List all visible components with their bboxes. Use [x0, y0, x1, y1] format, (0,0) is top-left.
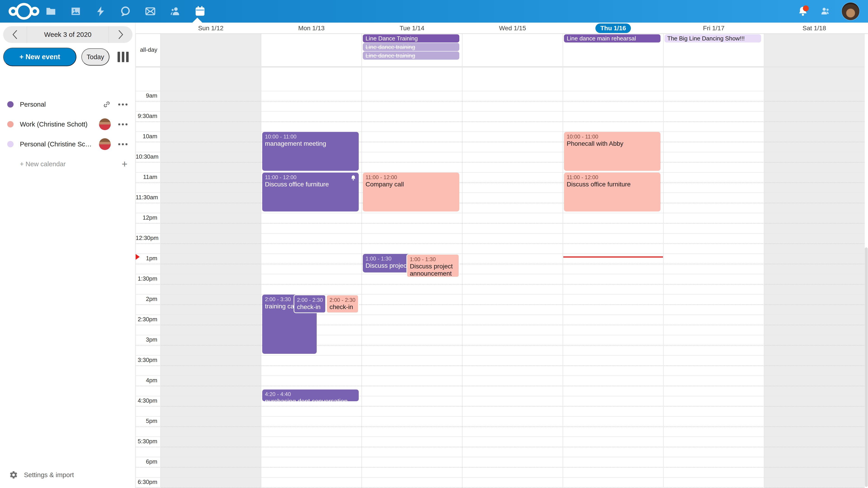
files-app-icon[interactable] — [44, 5, 57, 18]
event-time: 11:00 - 12:00 — [366, 174, 457, 181]
event-block[interactable]: 2:00 - 2:30check-in — [326, 295, 359, 313]
settings-and-import[interactable]: Settings & import — [0, 468, 135, 482]
sidebar-actions: + New event Today — [3, 47, 132, 66]
day-header-sun[interactable]: Sun 1/12 — [160, 23, 261, 34]
nextcloud-logo-icon[interactable] — [8, 0, 39, 23]
allday-event[interactable]: Line dance training — [363, 43, 459, 51]
time-label: 12:30pm — [135, 234, 157, 241]
calendar-color-dot — [7, 141, 13, 147]
new-event-button[interactable]: + New event — [3, 48, 76, 66]
event-block[interactable]: 4:20 - 4:40purchasing dept conversation — [262, 390, 359, 401]
settings-label: Settings & import — [24, 471, 74, 479]
next-week-button[interactable] — [109, 26, 132, 43]
calendar-actions-menu-icon[interactable] — [118, 123, 127, 125]
slot-line — [135, 304, 865, 305]
calendar-actions-menu-icon[interactable] — [118, 143, 127, 145]
active-app-indicator — [192, 18, 202, 23]
slot-line — [135, 193, 865, 193]
shared-by-avatar — [99, 138, 111, 150]
share-link-icon[interactable] — [103, 100, 111, 108]
day-header-mon[interactable]: Mon 1/13 — [261, 23, 362, 34]
allday-event[interactable]: Line dance training — [363, 52, 459, 60]
calendar-actions-menu-icon[interactable] — [118, 103, 127, 105]
slot-line — [135, 101, 865, 102]
new-calendar-button[interactable]: + New calendar+ — [0, 154, 135, 174]
time-label: 4:30pm — [135, 397, 157, 404]
time-label: 1:30pm — [135, 275, 157, 282]
weekend-shading — [764, 34, 865, 488]
today-button[interactable]: Today — [81, 48, 110, 66]
event-title: Phonecall with Abby — [567, 140, 658, 147]
slot-line — [135, 406, 865, 407]
allday-divider — [135, 66, 868, 68]
calendar-week-view: Sun 1/12Mon 1/13Tue 1/14Wed 1/15Thu 1/16… — [135, 23, 868, 488]
day-header-wed[interactable]: Wed 1/15 — [462, 23, 563, 34]
allday-event[interactable]: The Big Line Dancing Show!!! — [664, 34, 761, 42]
day-header-fri[interactable]: Fri 1/17 — [663, 23, 764, 34]
user-avatar[interactable] — [842, 2, 860, 20]
previous-week-button[interactable] — [3, 26, 27, 43]
slot-line — [135, 477, 865, 478]
slot-line — [135, 416, 865, 417]
day-header-tue[interactable]: Tue 1/14 — [362, 23, 462, 34]
time-label: 5:30pm — [135, 437, 157, 445]
slot-line — [135, 254, 865, 254]
contacts-app-icon[interactable] — [168, 5, 182, 18]
event-time: 11:00 - 12:00 — [265, 174, 356, 181]
event-time: 10:00 - 11:00 — [265, 133, 356, 140]
logo-circle-right — [30, 7, 39, 16]
time-label: 5pm — [135, 417, 157, 424]
slot-line — [135, 365, 865, 366]
photos-app-icon[interactable] — [69, 5, 82, 18]
slot-line — [135, 457, 865, 457]
day-header-sat[interactable]: Sat 1/18 — [764, 23, 865, 34]
app-navigation — [44, 0, 207, 23]
column-border — [563, 34, 563, 488]
event-block[interactable]: 10:00 - 11:00Phonecall with Abby — [564, 132, 660, 171]
event-title: purchasing dept conversation — [265, 398, 356, 401]
week-view-toggle-icon[interactable] — [118, 52, 129, 62]
mail-app-icon[interactable] — [144, 5, 157, 18]
slot-line — [135, 264, 865, 264]
slot-line — [135, 243, 865, 244]
event-title: management meeting — [265, 140, 356, 147]
contacts-menu-icon[interactable] — [819, 5, 832, 18]
top-navigation-bar — [0, 0, 868, 23]
activity-app-icon[interactable] — [94, 5, 107, 18]
vertical-scrollbar[interactable] — [865, 34, 868, 488]
allday-event[interactable]: Line Dance Training — [363, 34, 459, 42]
slot-line — [135, 467, 865, 468]
week-navigation: Week 3 of 2020 — [3, 26, 132, 43]
calendar-app-window: Week 3 of 2020 + New event Today Persona… — [0, 0, 868, 488]
calendar-list-item[interactable]: Personal (Christine Scho… — [0, 134, 135, 154]
day-header-row: Sun 1/12Mon 1/13Tue 1/14Wed 1/15Thu 1/16… — [135, 23, 868, 34]
slot-line — [135, 386, 865, 386]
talk-app-icon[interactable] — [119, 5, 132, 18]
logo-circle-center — [16, 3, 32, 20]
column-border — [160, 34, 161, 488]
event-block[interactable]: 2:00 - 2:30check-in — [293, 295, 326, 313]
time-label: 9am — [135, 92, 157, 99]
slot-line — [135, 284, 865, 285]
event-time: 4:20 - 4:40 — [265, 391, 356, 398]
current-time-arrow — [135, 253, 140, 261]
slot-line — [135, 376, 865, 376]
event-block[interactable]: 10:00 - 11:00management meeting — [262, 132, 359, 171]
calendar-list-item[interactable]: Personal — [0, 94, 135, 114]
event-block[interactable]: 11:00 - 12:00Discuss office furniture — [564, 173, 660, 212]
new-calendar-label: + New calendar — [20, 160, 66, 168]
event-block[interactable]: 1:00 - 1:30Discuss project announcement — [406, 254, 459, 278]
time-label: 2pm — [135, 295, 157, 302]
calendar-app-icon[interactable] — [193, 5, 207, 18]
allday-event[interactable]: Line dance main rehearsal — [564, 34, 660, 42]
week-label[interactable]: Week 3 of 2020 — [27, 26, 109, 43]
scrollbar-thumb[interactable] — [865, 248, 868, 487]
calendar-list-item[interactable]: Work (Christine Schott) — [0, 114, 135, 134]
time-label: 12pm — [135, 214, 157, 221]
event-block[interactable]: 11:00 - 12:00Company call — [363, 173, 459, 212]
day-header-thu[interactable]: Thu 1/16 — [563, 23, 663, 34]
slot-line — [135, 121, 865, 122]
slot-line — [135, 335, 865, 335]
event-block[interactable]: 11:00 - 12:00Discuss office furniture — [262, 173, 359, 212]
notifications-bell-icon[interactable] — [797, 5, 809, 18]
